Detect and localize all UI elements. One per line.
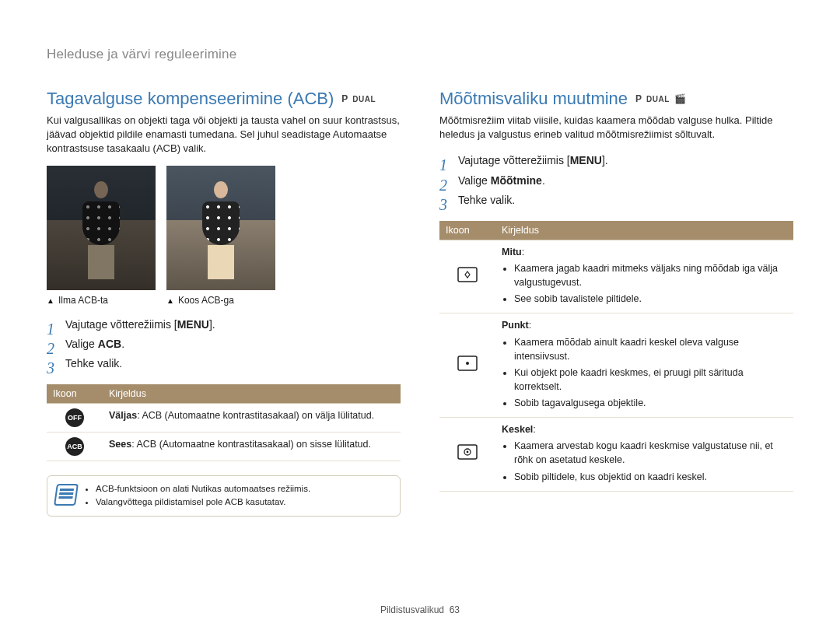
right-step-1: Vajutage võtterežiimis [MENU]. xyxy=(439,151,793,170)
right-column: Mõõtmisvaliku muutmine P DUAL 🎬 Mõõtmisr… xyxy=(439,89,793,517)
left-step2-bold: ACB xyxy=(98,338,121,350)
acb-off-icon: OFF xyxy=(47,404,103,433)
left-step-2: Valige ACB. xyxy=(47,335,401,354)
list-item: Kaamera jagab kaadri mitmeks väljaks nin… xyxy=(514,261,787,289)
acb-on-icon: ACB xyxy=(47,433,103,461)
table-row: Mitu: Kaamera jagab kaadri mitmeks välja… xyxy=(439,240,793,313)
list-item: Kaamera mõõdab ainult kaadri keskel olev… xyxy=(514,335,787,363)
spot-icon xyxy=(457,356,478,371)
right-step-3: Tehke valik. xyxy=(439,191,793,210)
row-desc: Keskel: Kaamera arvestab kogu kaadri kes… xyxy=(495,418,793,492)
sample-before-image xyxy=(47,166,156,290)
right-step1-b: ]. xyxy=(602,154,608,166)
row-desc: Sees: ACB (Automaatne kontrastitasakaal)… xyxy=(103,433,401,461)
right-step2-b: . xyxy=(542,174,545,187)
row2-label: Sees xyxy=(109,439,131,450)
r2-label: Punkt xyxy=(502,320,529,331)
left-title: Tagavalguse kompenseerimine (ACB) xyxy=(47,89,334,109)
right-step2-bold: Mõõtmine xyxy=(491,174,542,187)
row-desc: Väljas: ACB (Automaatne kontrastitasakaa… xyxy=(103,404,401,433)
right-intro: Mõõtmisrežiim viitab viisile, kuidas kaa… xyxy=(439,114,793,142)
table-row: OFF Väljas: ACB (Automaatne kontrastitas… xyxy=(47,404,401,433)
right-step2-a: Valige xyxy=(458,174,491,187)
right-title-row: Mõõtmisvaliku muutmine P DUAL 🎬 xyxy=(439,89,793,109)
metering-multi-icon xyxy=(439,240,495,313)
r3-label: Keskel xyxy=(502,424,533,435)
sample-row: Ilma ACB-ta Koos ACB-ga xyxy=(47,166,401,306)
left-intro: Kui valgusallikas on objekti taga või ob… xyxy=(47,114,401,156)
left-step1-b: ]. xyxy=(209,318,215,331)
list-item: See sobib tavalistele piltidele. xyxy=(514,292,787,306)
list-item: Sobib tagavalgusega objektile. xyxy=(514,396,787,410)
row-desc: Punkt: Kaamera mõõdab ainult kaadri kesk… xyxy=(495,313,793,418)
svg-rect-0 xyxy=(458,268,477,282)
metering-spot-icon xyxy=(439,313,495,418)
sample-before: Ilma ACB-ta xyxy=(47,166,156,306)
off-icon: OFF xyxy=(65,408,84,427)
footer-label: Pildistusvalikud xyxy=(380,604,444,615)
row1-text: : ACB (Automaatne kontrastitasakaal) on … xyxy=(137,410,374,421)
left-step-1: Vajutage võtterežiimis [MENU]. xyxy=(47,315,401,335)
sample-before-caption: Ilma ACB-ta xyxy=(47,295,156,306)
table-row: Keskel: Kaamera arvestab kogu kaadri kes… xyxy=(439,418,793,492)
left-title-row: Tagavalguse kompenseerimine (ACB) P DUAL xyxy=(47,89,401,109)
sample-after: Koos ACB-ga xyxy=(166,166,275,306)
mode-dual-icon: DUAL xyxy=(352,95,376,103)
menu-button-label: MENU xyxy=(570,154,602,166)
right-mode-icons: P DUAL 🎬 xyxy=(635,93,686,104)
left-mode-icons: P DUAL xyxy=(341,93,376,104)
svg-marker-1 xyxy=(465,271,470,278)
mode-p-icon: P xyxy=(341,93,348,104)
th-desc: Kirjeldus xyxy=(103,384,401,404)
list-item: Sobib piltidele, kus objektid on kaadri … xyxy=(514,470,787,484)
menu-button-label: MENU xyxy=(177,318,209,331)
note-item: ACB-funktsioon on alati Nutikas automaat… xyxy=(96,482,390,496)
acb-icon: ACB xyxy=(65,437,84,456)
metering-center-icon xyxy=(439,418,495,492)
right-steps: Vajutage võtterežiimis [MENU]. Valige Mõ… xyxy=(439,151,793,210)
footer-page: 63 xyxy=(450,604,460,615)
note-item: Valangvõttega pildistamisel pole ACB kas… xyxy=(96,496,390,509)
left-step1-a: Vajutage võtterežiimis [ xyxy=(65,318,177,331)
th-icon: Ikoon xyxy=(439,221,495,240)
note-icon xyxy=(54,484,79,506)
svg-point-3 xyxy=(466,362,469,365)
list-item: Kaamera arvestab kogu kaadri keskmise va… xyxy=(514,439,787,467)
center-icon xyxy=(457,444,478,460)
sample-after-image xyxy=(166,166,275,290)
table-row: ACB Sees: ACB (Automaatne kontrastitasak… xyxy=(47,433,401,461)
r1-label: Mitu xyxy=(502,247,522,257)
left-step2-b: . xyxy=(121,338,124,350)
note-box: ACB-funktsioon on alati Nutikas automaat… xyxy=(47,475,401,517)
th-icon: Ikoon xyxy=(47,384,103,404)
right-step1-a: Vajutage võtterežiimis [ xyxy=(458,154,570,166)
table-row: Punkt: Kaamera mõõdab ainult kaadri kesk… xyxy=(439,313,793,418)
breadcrumb: Heleduse ja värvi reguleerimine xyxy=(47,47,793,62)
multi-icon xyxy=(457,267,478,282)
right-table: Ikoon Kirjeldus Mitu: Kaamera jagab kaad… xyxy=(439,221,793,492)
mode-video-icon: 🎬 xyxy=(674,93,686,104)
list-item: Kui objekt pole kaadri keskmes, ei pruug… xyxy=(514,366,787,394)
row-desc: Mitu: Kaamera jagab kaadri mitmeks välja… xyxy=(495,240,793,313)
left-step-3: Tehke valik. xyxy=(47,354,401,373)
mode-p-icon: P xyxy=(635,93,642,104)
left-column: Tagavalguse kompenseerimine (ACB) P DUAL… xyxy=(47,89,401,517)
footer: Pildistusvalikud 63 xyxy=(0,604,840,615)
left-steps: Vajutage võtterežiimis [MENU]. Valige AC… xyxy=(47,315,401,374)
left-step2-a: Valige xyxy=(65,338,98,350)
svg-point-6 xyxy=(467,451,469,454)
row2-text: : ACB (Automaatne kontrastitasakaal) on … xyxy=(131,439,371,450)
sample-after-caption: Koos ACB-ga xyxy=(166,295,275,306)
left-table: Ikoon Kirjeldus OFF Väljas: ACB (Automaa… xyxy=(47,384,401,461)
right-step-2: Valige Mõõtmine. xyxy=(439,171,793,191)
mode-dual-icon: DUAL xyxy=(646,95,670,103)
th-desc: Kirjeldus xyxy=(495,221,793,240)
row1-label: Väljas xyxy=(109,410,137,421)
right-title: Mõõtmisvaliku muutmine xyxy=(439,89,628,109)
